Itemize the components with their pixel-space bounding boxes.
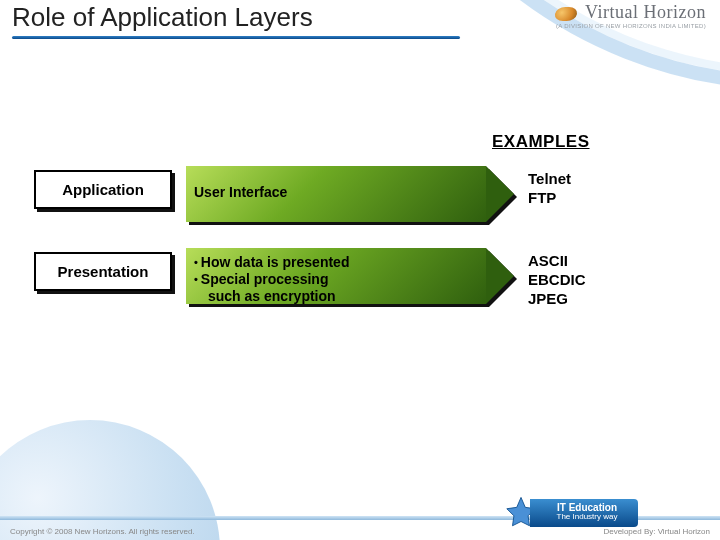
desc-line: Special processing [201,271,329,287]
description-text: User Interface [194,184,480,201]
developed-by-text: Developed By: Virtual Horizon [603,527,710,536]
copyright-text: Copyright © 2008 New Horizons. All right… [10,527,195,536]
footer-badge: IT Education The Industry way [516,496,636,530]
footer: Copyright © 2008 New Horizons. All right… [0,516,720,540]
brand-name: Virtual Horizon [585,2,706,22]
example-item: FTP [528,189,571,208]
content: EXAMPLES Application User Interface Teln… [0,54,720,124]
brand-logo-icon [553,7,577,21]
desc-line: such as encryption [208,288,336,304]
brand-block: Virtual Horizon (A DIVISION OF NEW HORIZ… [555,2,706,29]
desc-line: How data is presented [201,254,350,270]
description-arrow-application: User Interface [186,166,486,222]
description-arrow-presentation: •How data is presented •Special processi… [186,248,486,304]
examples-presentation: ASCII EBCDIC JPEG [528,252,586,308]
examples-application: Telnet FTP [528,170,571,208]
layer-box-presentation: Presentation [34,252,172,291]
example-item: JPEG [528,290,586,309]
examples-heading: EXAMPLES [492,132,590,152]
badge-body: IT Education The Industry way [530,499,638,527]
description-text: •How data is presented •Special processi… [194,254,480,304]
slide: Role of Application Layers Virtual Horiz… [0,0,720,540]
header: Role of Application Layers Virtual Horiz… [0,0,720,54]
layer-box-application: Application [34,170,172,209]
example-item: Telnet [528,170,571,189]
title-underline [12,36,460,39]
example-item: ASCII [528,252,586,271]
brand-tagline: (A DIVISION OF NEW HORIZONS INDIA LIMITE… [555,23,706,29]
badge-line2: The Industry way [540,513,634,522]
example-item: EBCDIC [528,271,586,290]
